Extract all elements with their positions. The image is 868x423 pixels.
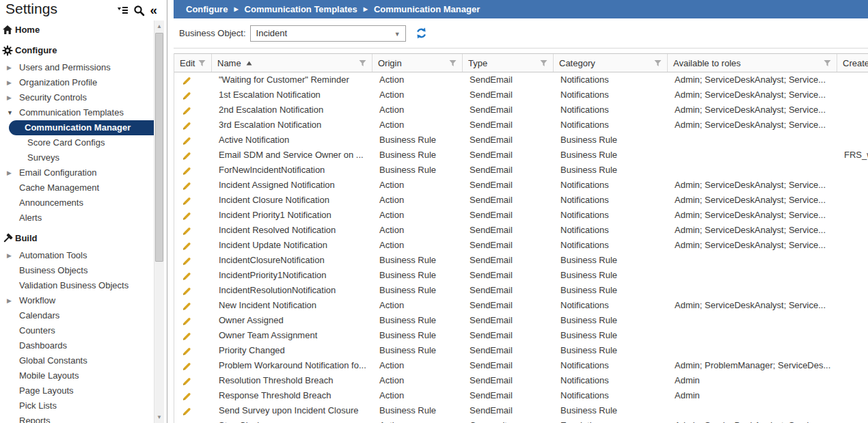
tree-menu-icon[interactable] [117,5,128,16]
chevron-collapsed-icon[interactable]: ▶ [7,293,15,308]
table-row[interactable]: Resolution Threshold BreachActionSendEma… [174,373,868,388]
edit-pencil-icon[interactable] [181,226,191,235]
sidebar-item-home[interactable]: Home [0,23,154,38]
table-row[interactable]: 2nd Escalation NotificationActionSendEma… [174,103,868,118]
edit-pencil-icon[interactable] [181,75,191,85]
table-row[interactable]: Stop ClockActionCompositeEscalationAdmin… [174,418,868,423]
sidebar-item-security-controls[interactable]: ▶Security Controls [0,90,154,105]
filter-icon[interactable] [359,59,366,67]
edit-pencil-icon[interactable] [181,210,191,220]
sidebar-item-alerts[interactable]: Alerts [0,210,154,226]
filter-icon[interactable] [824,59,831,67]
sidebar-item-reports[interactable]: Reports [0,413,154,423]
table-row[interactable]: "Waiting for Customer" ReminderActionSen… [174,72,868,87]
chevron-collapsed-icon[interactable]: ▶ [7,60,15,75]
table-row[interactable]: New Incident NotificationActionSendEmail… [174,298,868,313]
edit-pencil-icon[interactable] [181,301,191,310]
edit-pencil-icon[interactable] [181,316,191,325]
column-header-available-to-roles[interactable]: Available to roles [668,54,837,72]
edit-pencil-icon[interactable] [181,105,191,115]
edit-pencil-icon[interactable] [181,195,191,205]
table-row[interactable]: IncidentPriority1NotificationBusiness Ru… [174,268,868,283]
scrollbar-thumb[interactable] [155,33,163,262]
edit-pencil-icon[interactable] [181,90,191,100]
filter-icon[interactable] [540,59,547,67]
sidebar-item-calendars[interactable]: Calendars [0,308,154,323]
chevron-collapsed-icon[interactable]: ▶ [7,165,15,180]
table-row[interactable]: Response Threshold BreachActionSendEmail… [174,388,868,403]
table-row[interactable]: Incident Update NotificationActionSendEm… [174,238,868,253]
edit-pencil-icon[interactable] [181,241,191,250]
table-row[interactable]: Incident Priority1 NotificationActionSen… [174,208,868,223]
column-header-edit[interactable]: Edit [174,54,212,72]
table-row[interactable]: IncidentClosureNotificationBusiness Rule… [174,253,868,268]
sidebar-item-announcements[interactable]: Announcements [0,195,154,210]
edit-pencil-icon[interactable] [181,120,191,130]
refresh-icon[interactable] [416,27,427,39]
chevron-collapsed-icon[interactable]: ▶ [7,248,15,263]
column-header-origin[interactable]: Origin [372,54,463,72]
breadcrumb-item[interactable]: Communication Manager [374,4,480,14]
edit-pencil-icon[interactable] [181,180,191,190]
edit-pencil-icon[interactable] [181,286,191,295]
sidebar-item-surveys[interactable]: Surveys [0,150,154,165]
edit-pencil-icon[interactable] [181,346,191,355]
edit-pencil-icon[interactable] [181,150,191,160]
collapse-sidebar-icon[interactable]: « [150,4,157,16]
edit-pencil-icon[interactable] [181,331,191,340]
sidebar-item-counters[interactable]: Counters [0,323,154,338]
sidebar-item-cache-management[interactable]: Cache Management [0,180,154,195]
scroll-down-icon[interactable]: ▼ [154,412,164,422]
table-row[interactable]: 3rd Escalation NotificationActionSendEma… [174,118,868,133]
table-row[interactable]: Owner AssignedBusiness RuleSendEmailBusi… [174,313,868,328]
edit-pencil-icon[interactable] [181,256,191,265]
sidebar-item-dashboards[interactable]: Dashboards [0,338,154,353]
chevron-collapsed-icon[interactable]: ▶ [7,75,15,90]
table-row[interactable]: Problem Workaround Notification fo...Act… [174,358,868,373]
chevron-expanded-icon[interactable]: ▼ [7,105,15,120]
sidebar-item-score-card-configs[interactable]: Score Card Configs [0,135,154,150]
table-row[interactable]: 1st Escalation NotificationActionSendEma… [174,87,868,103]
edit-pencil-icon[interactable] [181,135,191,145]
table-row[interactable]: Incident Assigned NotificationActionSend… [174,178,868,193]
sidebar-item-email-configuration[interactable]: ▶Email Configuration [0,165,154,180]
edit-pencil-icon[interactable] [181,165,191,175]
sidebar-item-global-constants[interactable]: Global Constants [0,353,154,368]
edit-pencil-icon[interactable] [181,376,191,385]
table-row[interactable]: Incident Resolved NotificationActionSend… [174,223,868,238]
edit-pencil-icon[interactable] [181,391,191,400]
edit-pencil-icon[interactable] [181,361,191,370]
scroll-up-icon[interactable]: ▲ [154,21,164,31]
table-row[interactable]: IncidentResolutionNotificationBusiness R… [174,283,868,298]
sidebar-item-build[interactable]: Build [0,231,154,246]
column-header-type[interactable]: Type [463,54,554,72]
column-header-category[interactable]: Category [554,54,668,72]
sidebar-item-mobile-layouts[interactable]: Mobile Layouts [0,368,154,383]
table-row[interactable]: Incident Closure NotificationActionSendE… [174,193,868,208]
search-icon[interactable] [133,5,145,16]
sidebar-item-business-objects[interactable]: Business Objects [0,263,154,278]
sidebar-item-configure[interactable]: Configure [0,43,154,58]
sidebar-item-workflow[interactable]: ▶Workflow [0,293,154,308]
table-row[interactable]: Email SDM and Service Owner on ...Busine… [174,148,868,163]
sidebar-item-communication-templates[interactable]: ▼Communication Templates [0,105,154,120]
table-row[interactable]: Priority ChangedBusiness RuleSendEmailBu… [174,343,868,358]
sidebar-item-organization-profile[interactable]: ▶Organization Profile [0,75,154,90]
sidebar-item-validation-business-objects[interactable]: Validation Business Objects [0,278,154,293]
table-row[interactable]: Owner Team AssignmentBusiness RuleSendEm… [174,328,868,343]
sidebar-item-page-layouts[interactable]: Page Layouts [0,383,154,398]
business-object-select[interactable]: Incident ▼ [250,25,406,42]
breadcrumb-item[interactable]: Configure [186,4,228,14]
column-header-name[interactable]: Name [212,54,372,72]
sidebar-item-communication-manager[interactable]: Communication Manager [0,120,154,135]
filter-icon[interactable] [654,59,662,67]
edit-pencil-icon[interactable] [181,406,191,415]
breadcrumb-item[interactable]: Communication Templates [245,4,357,14]
sidebar-item-automation-tools[interactable]: ▶Automation Tools [0,248,154,263]
filter-icon[interactable] [198,59,206,67]
column-header-create[interactable]: Create [837,54,868,72]
filter-icon[interactable] [449,59,457,67]
sidebar-scrollbar[interactable]: ▲ ▼ [154,21,164,423]
edit-pencil-icon[interactable] [181,271,191,280]
table-row[interactable]: Send Survey upon Incident ClosureBusines… [174,403,868,418]
